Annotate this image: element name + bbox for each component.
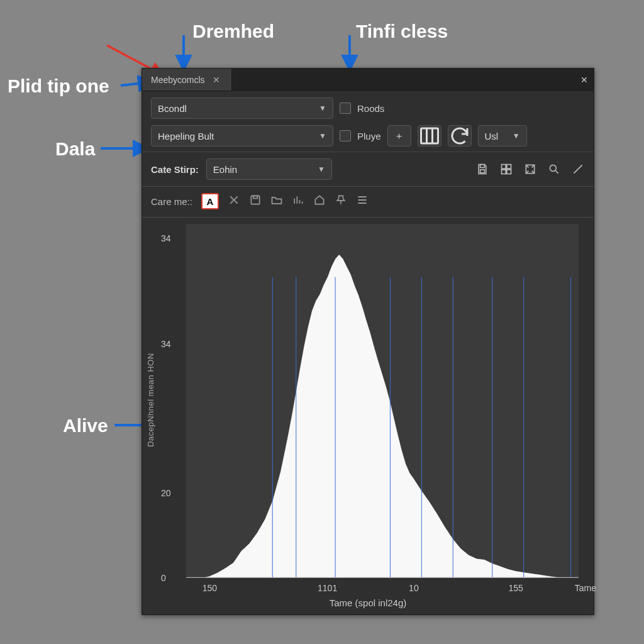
y-tick: 34 — [161, 233, 171, 243]
svg-point-8 — [550, 165, 556, 171]
select-eohin[interactable]: Eohin ▼ — [206, 158, 332, 180]
select-hepeling[interactable]: Hepeling Bult ▼ — [151, 125, 333, 147]
x-tick-right: Tame — [575, 583, 596, 593]
svg-rect-6 — [507, 170, 511, 174]
titlebar: Meebycomcls ✕ ✕ — [142, 69, 594, 91]
tab-main[interactable]: Meebycomcls ✕ — [142, 69, 232, 91]
select-bcondl[interactable]: Bcondl ▼ — [151, 97, 333, 119]
refresh-button[interactable] — [448, 125, 472, 147]
clear-icon[interactable] — [228, 194, 240, 209]
checkbox-pluye[interactable] — [340, 130, 351, 142]
tab-label: Meebycomcls — [151, 75, 205, 85]
callout-alive: Alive — [63, 415, 108, 436]
svg-rect-3 — [502, 165, 506, 169]
callout-dremhed: Dremhed — [192, 21, 274, 42]
chevron-down-icon: ▼ — [318, 165, 325, 174]
panel-window: Meebycomcls ✕ ✕ Bcondl ▼ Roods Hepeling … — [142, 68, 594, 615]
disk-icon[interactable] — [249, 194, 262, 209]
callout-tinfi: Tinfi cless — [356, 21, 448, 42]
x-tick: 1101 — [318, 583, 337, 593]
toolbar-catestirp: Cate Stirp: Eohin ▼ — [142, 152, 594, 187]
list-icon[interactable] — [356, 194, 369, 209]
swatch-a-button[interactable]: A — [201, 193, 219, 209]
svg-rect-2 — [480, 170, 485, 173]
checkbox-roods[interactable] — [340, 103, 351, 114]
svg-rect-5 — [502, 170, 506, 174]
chevron-down-icon: ▼ — [319, 131, 326, 140]
svg-rect-0 — [421, 128, 438, 143]
callout-plid: Plid tip one — [8, 75, 109, 97]
x-tick: 10 — [409, 583, 419, 593]
search-icon[interactable] — [547, 162, 561, 176]
svg-rect-1 — [480, 165, 485, 168]
select-hepeling-value: Hepeling Bult — [158, 131, 214, 142]
svg-rect-10 — [253, 196, 258, 198]
chevron-down-icon: ▼ — [513, 131, 520, 140]
y-axis-label: DacepNhnel mean HON — [146, 353, 155, 447]
x-tick: 155 — [508, 583, 523, 593]
save-icon[interactable] — [475, 162, 489, 176]
callout-dala: Dala — [55, 138, 95, 160]
grid-icon[interactable] — [499, 162, 513, 176]
chart-area: DacepNhnel mean HON 0 20 34 34 150 1101 … — [142, 218, 594, 614]
chevron-down-icon: ▼ — [319, 104, 326, 113]
expand-icon[interactable] — [523, 162, 537, 176]
add-button[interactable]: ＋ — [387, 125, 411, 147]
y-tick: 34 — [161, 339, 171, 349]
folder-icon[interactable] — [270, 194, 283, 209]
svg-rect-4 — [507, 165, 511, 169]
window-close-icon[interactable]: ✕ — [575, 69, 594, 91]
toolbar-top: Bcondl ▼ Roods Hepeling Bult ▼ Pluye ＋ U… — [142, 91, 594, 152]
select-bcondl-value: Bcondl — [158, 103, 187, 114]
checkbox-pluye-label: Pluye — [357, 131, 381, 142]
label-catestirp: Cate Stirp: — [151, 164, 199, 175]
select-usl-value: Usl — [485, 131, 499, 142]
home-icon[interactable] — [313, 194, 326, 209]
tab-close-icon[interactable]: ✕ — [213, 75, 220, 85]
toolbar-careme: Care me:: A — [142, 187, 594, 218]
pin-icon[interactable] — [335, 194, 347, 209]
select-usl[interactable]: Usl ▼ — [478, 125, 527, 147]
bars-icon[interactable] — [292, 194, 304, 209]
x-tick: 150 — [203, 583, 217, 593]
x-axis-label: Tame (spol inl24g) — [330, 597, 407, 608]
columns-button[interactable] — [418, 125, 441, 147]
y-tick: 20 — [161, 488, 171, 498]
chart-canvas[interactable] — [186, 224, 579, 578]
svg-rect-9 — [251, 196, 259, 204]
select-eohin-value: Eohin — [213, 164, 237, 175]
y-tick: 0 — [161, 573, 166, 583]
label-careme: Care me:: — [151, 196, 192, 207]
edit-icon[interactable] — [571, 162, 585, 176]
checkbox-roods-label: Roods — [357, 103, 384, 114]
